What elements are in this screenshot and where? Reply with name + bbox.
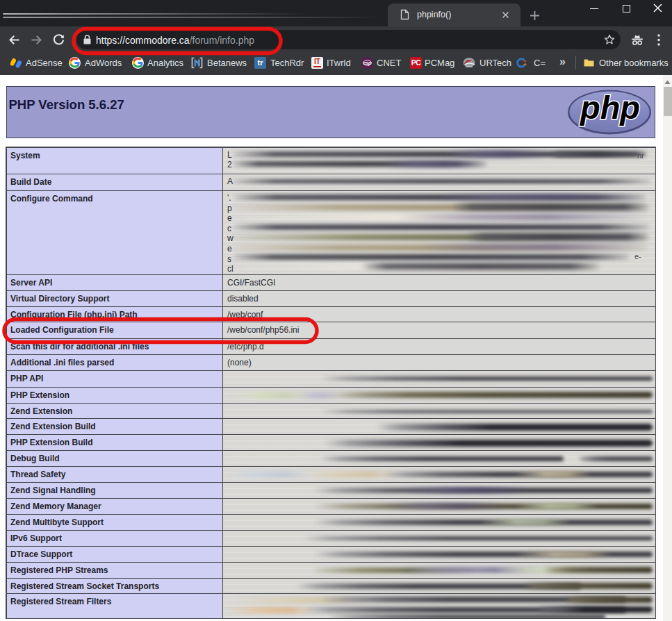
svg-text:php: php — [579, 89, 640, 126]
svg-text:esp: esp — [363, 60, 371, 66]
